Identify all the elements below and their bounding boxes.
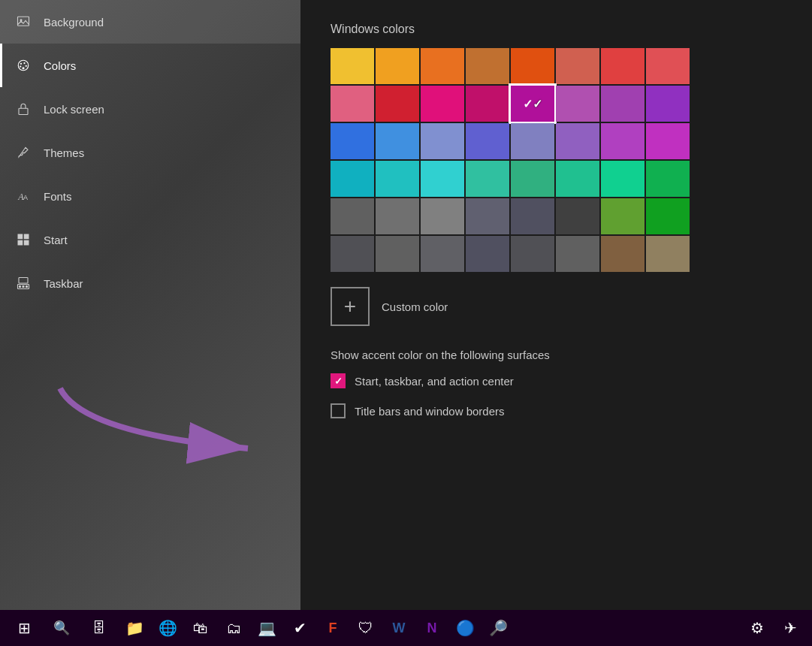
sidebar-label-lock-screen: Lock screen	[44, 103, 104, 116]
gear-icon: ⚙	[750, 619, 764, 637]
color-swatch-1-5[interactable]	[556, 86, 599, 122]
color-swatch-0-0[interactable]	[331, 48, 374, 84]
kaspersky-icon: 🛡	[358, 620, 373, 637]
svg-rect-12	[24, 234, 29, 240]
color-swatch-0-3[interactable]	[466, 48, 509, 84]
color-swatch-0-2[interactable]	[421, 48, 464, 84]
plus-icon: +	[344, 296, 356, 317]
lock-icon	[15, 101, 32, 117]
taskbar-app-kaspersky[interactable]: 🛡	[350, 612, 382, 644]
taskbar-app-explorer[interactable]: 📁	[119, 612, 150, 644]
color-swatch-1-0[interactable]	[331, 86, 374, 122]
color-swatch-2-0[interactable]	[331, 123, 374, 159]
svg-rect-13	[18, 240, 23, 246]
checkbox-title-bars[interactable]	[331, 403, 346, 418]
color-swatch-3-1[interactable]	[376, 161, 419, 197]
start-button[interactable]: ⊞	[6, 610, 42, 646]
sidebar-label-themes: Themes	[44, 146, 84, 159]
color-swatch-5-0[interactable]	[331, 236, 374, 272]
svg-rect-14	[24, 240, 29, 246]
color-swatch-5-3[interactable]	[466, 236, 509, 272]
taskbar-app-files[interactable]: 🗂	[218, 612, 249, 644]
checkbox-start-taskbar[interactable]	[331, 373, 346, 388]
task-view-button[interactable]: 🗄	[81, 610, 117, 646]
svg-rect-16	[19, 285, 21, 288]
color-swatch-0-1[interactable]	[376, 48, 419, 84]
svg-point-7	[23, 67, 25, 69]
color-swatch-3-3[interactable]	[466, 161, 509, 197]
svg-rect-17	[23, 285, 25, 288]
sidebar-item-lock-screen[interactable]: Lock screen	[0, 87, 300, 131]
taskbar-app-search2[interactable]: 🔎	[482, 612, 514, 644]
svg-text:A: A	[23, 194, 28, 201]
taskbar-app-onenote[interactable]: N	[416, 612, 448, 644]
taskbar-app-store[interactable]: 🛍	[185, 612, 216, 644]
color-swatch-2-6[interactable]	[601, 123, 644, 159]
taskbar-app-word[interactable]: W	[383, 612, 415, 644]
sidebar-item-start[interactable]: Start	[0, 218, 300, 261]
color-swatch-4-1[interactable]	[376, 198, 419, 234]
color-swatch-3-7[interactable]	[646, 161, 690, 197]
computer-icon: 💻	[258, 619, 276, 637]
sidebar-item-fonts[interactable]: A A Fonts	[0, 174, 300, 218]
color-swatch-0-7[interactable]	[646, 48, 690, 84]
color-swatch-5-5[interactable]	[556, 236, 599, 272]
color-swatch-4-5[interactable]	[556, 198, 599, 234]
color-swatch-3-5[interactable]	[556, 161, 599, 197]
taskbar-network-button[interactable]: ✈	[774, 612, 806, 644]
sidebar-item-themes[interactable]: Themes	[0, 131, 300, 174]
color-swatch-1-1[interactable]	[376, 86, 419, 122]
sidebar-label-colors: Colors	[44, 59, 76, 72]
color-swatch-2-5[interactable]	[556, 123, 599, 159]
sidebar-item-background[interactable]: Background	[0, 0, 300, 44]
color-swatch-1-3[interactable]	[466, 86, 509, 122]
color-swatch-4-2[interactable]	[421, 198, 464, 234]
color-swatch-3-4[interactable]	[511, 161, 554, 197]
color-swatch-4-6[interactable]	[601, 198, 644, 234]
color-swatch-0-6[interactable]	[601, 48, 644, 84]
taskbar-app-edge[interactable]: 🌐	[152, 612, 183, 644]
taskbar-settings-button[interactable]: ⚙	[741, 612, 773, 644]
color-swatch-0-4[interactable]	[511, 48, 554, 84]
chrome-icon: 🔵	[456, 619, 475, 637]
magnify-icon: 🔎	[489, 619, 508, 637]
color-swatch-1-6[interactable]	[601, 86, 644, 122]
taskbar-app-foxit[interactable]: F	[317, 612, 349, 644]
color-swatch-5-4[interactable]	[511, 236, 554, 272]
taskbar-app-computer[interactable]: 💻	[251, 612, 282, 644]
color-swatch-4-0[interactable]	[331, 198, 374, 234]
taskbar-app-todo[interactable]: ✔	[284, 612, 315, 644]
color-swatch-3-6[interactable]	[601, 161, 644, 197]
folder-icon: 📁	[125, 619, 144, 637]
search-button[interactable]: 🔍	[44, 610, 80, 646]
color-swatch-5-7[interactable]	[646, 236, 690, 272]
font-icon: A A	[15, 188, 32, 204]
color-swatch-5-6[interactable]	[601, 236, 644, 272]
color-swatch-2-4[interactable]	[511, 123, 554, 159]
color-swatch-1-2[interactable]	[421, 86, 464, 122]
color-swatch-5-2[interactable]	[421, 236, 464, 272]
color-swatch-4-7[interactable]	[646, 198, 690, 234]
main-area: Background Colors	[0, 0, 812, 610]
svg-point-5	[26, 65, 27, 67]
sidebar-item-taskbar[interactable]: Taskbar	[0, 261, 300, 305]
taskbar: ⊞ 🔍 🗄 📁 🌐 🛍 🗂 💻 ✔ F 🛡 W N 🔵 🔎 ⚙	[0, 610, 812, 646]
color-swatch-3-0[interactable]	[331, 161, 374, 197]
sidebar: Background Colors	[0, 0, 300, 610]
color-swatch-1-7[interactable]	[646, 86, 690, 122]
color-swatch-0-5[interactable]	[556, 48, 599, 84]
color-swatch-2-1[interactable]	[376, 123, 419, 159]
color-swatch-4-4[interactable]	[511, 198, 554, 234]
color-swatch-3-2[interactable]	[421, 161, 464, 197]
color-swatch-2-7[interactable]	[646, 123, 690, 159]
color-swatch-1-4[interactable]: ✓	[511, 86, 554, 122]
taskbar-icon	[15, 275, 32, 291]
color-swatch-2-3[interactable]	[466, 123, 509, 159]
sidebar-item-colors[interactable]: Colors	[0, 44, 300, 87]
svg-point-6	[20, 65, 21, 67]
custom-color-button[interactable]: +	[331, 287, 370, 326]
color-swatch-4-3[interactable]	[466, 198, 509, 234]
color-swatch-5-1[interactable]	[376, 236, 419, 272]
taskbar-app-chrome[interactable]: 🔵	[449, 612, 481, 644]
color-swatch-2-2[interactable]	[421, 123, 464, 159]
